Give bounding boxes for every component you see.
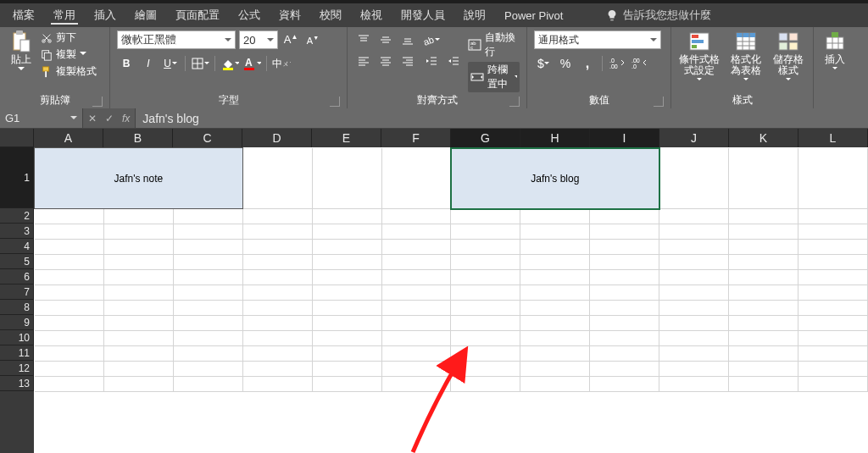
column-header[interactable]: A bbox=[34, 129, 103, 147]
format-as-table-button[interactable]: 格式化為表格 bbox=[726, 30, 766, 81]
cell[interactable] bbox=[520, 301, 590, 316]
cell[interactable] bbox=[451, 316, 520, 331]
cell[interactable] bbox=[242, 316, 312, 331]
cell[interactable] bbox=[659, 148, 729, 209]
cell[interactable] bbox=[659, 377, 729, 392]
cell[interactable] bbox=[242, 301, 312, 316]
cell[interactable] bbox=[103, 209, 173, 224]
cell[interactable] bbox=[35, 240, 104, 255]
align-bottom-button[interactable] bbox=[398, 30, 417, 49]
copy-button[interactable]: 複製 bbox=[41, 47, 97, 62]
cell[interactable] bbox=[242, 285, 312, 301]
cell[interactable] bbox=[798, 377, 868, 392]
cell[interactable] bbox=[590, 316, 659, 331]
cell[interactable] bbox=[173, 255, 242, 270]
cell[interactable] bbox=[729, 209, 798, 224]
cell[interactable] bbox=[451, 270, 520, 285]
cell[interactable] bbox=[312, 301, 381, 316]
select-all-corner[interactable] bbox=[0, 129, 34, 147]
column-header[interactable]: B bbox=[103, 129, 173, 147]
cell[interactable] bbox=[729, 377, 798, 392]
tab-developer[interactable]: 開發人員 bbox=[392, 3, 454, 27]
cell-styles-button[interactable]: 儲存格樣式 bbox=[771, 30, 806, 81]
cell[interactable] bbox=[659, 316, 729, 331]
cell[interactable] bbox=[103, 362, 173, 377]
cell[interactable] bbox=[381, 148, 451, 209]
wrap-text-button[interactable]: abc 自動換行 bbox=[468, 30, 520, 59]
row-header[interactable]: 1 bbox=[0, 147, 34, 208]
cell[interactable] bbox=[451, 209, 520, 224]
cell[interactable] bbox=[35, 255, 104, 270]
cell[interactable] bbox=[659, 270, 729, 285]
cell[interactable] bbox=[242, 270, 312, 285]
cell[interactable] bbox=[520, 331, 590, 346]
row-header[interactable]: 12 bbox=[0, 361, 34, 376]
dialog-launcher-icon[interactable] bbox=[509, 97, 520, 107]
row-header[interactable]: 9 bbox=[0, 315, 34, 330]
row-header[interactable]: 7 bbox=[0, 285, 34, 300]
cell[interactable] bbox=[312, 270, 381, 285]
cell[interactable] bbox=[242, 377, 312, 392]
cell[interactable] bbox=[35, 331, 104, 346]
column-header[interactable]: G bbox=[451, 129, 520, 147]
cell[interactable] bbox=[729, 270, 798, 285]
cell[interactable] bbox=[381, 377, 451, 392]
cell[interactable] bbox=[451, 240, 520, 255]
cell[interactable] bbox=[798, 316, 868, 331]
cell[interactable] bbox=[729, 148, 798, 209]
borders-button[interactable] bbox=[191, 54, 209, 73]
column-header[interactable]: K bbox=[729, 129, 798, 147]
cell-grid[interactable]: Jafn's noteJafn's blog bbox=[34, 147, 868, 453]
cell[interactable] bbox=[590, 270, 659, 285]
paste-button[interactable]: 貼上 bbox=[7, 30, 36, 74]
cell[interactable] bbox=[35, 316, 104, 331]
merged-cell-note[interactable]: Jafn's note bbox=[35, 148, 243, 209]
cell[interactable] bbox=[103, 316, 173, 331]
cell[interactable] bbox=[312, 362, 381, 377]
column-header[interactable]: E bbox=[312, 129, 381, 147]
cell[interactable] bbox=[173, 209, 242, 224]
cell[interactable] bbox=[103, 377, 173, 392]
cell[interactable] bbox=[381, 209, 451, 224]
cell[interactable] bbox=[312, 255, 381, 270]
number-format-combo[interactable]: 通用格式 bbox=[534, 30, 661, 49]
merged-cell-blog[interactable]: Jafn's blog bbox=[451, 148, 659, 209]
confirm-icon[interactable]: ✓ bbox=[105, 113, 114, 124]
tab-pagelayout[interactable]: 頁面配置 bbox=[166, 3, 229, 27]
cell[interactable] bbox=[381, 316, 451, 331]
cell[interactable] bbox=[520, 209, 590, 224]
tab-data[interactable]: 資料 bbox=[270, 3, 310, 27]
cell[interactable] bbox=[103, 331, 173, 346]
font-name-combo[interactable]: 微軟正黑體 bbox=[117, 30, 236, 49]
cell[interactable] bbox=[798, 362, 868, 377]
cell[interactable] bbox=[798, 240, 868, 255]
merge-center-button[interactable]: 跨欄置中 bbox=[468, 62, 520, 92]
cell[interactable] bbox=[798, 270, 868, 285]
cell[interactable] bbox=[381, 331, 451, 346]
cell[interactable] bbox=[173, 301, 242, 316]
cell[interactable] bbox=[451, 346, 520, 362]
cell[interactable] bbox=[729, 240, 798, 255]
conditional-formatting-button[interactable]: 條件式格式設定 bbox=[678, 30, 721, 81]
cell[interactable] bbox=[451, 331, 520, 346]
cell[interactable] bbox=[590, 224, 659, 240]
cell[interactable] bbox=[381, 362, 451, 377]
column-header[interactable]: H bbox=[520, 129, 590, 147]
cell[interactable] bbox=[798, 255, 868, 270]
row-header[interactable]: 6 bbox=[0, 269, 34, 285]
cell[interactable] bbox=[659, 240, 729, 255]
cell[interactable] bbox=[242, 346, 312, 362]
tab-powerpivot[interactable]: Power Pivot bbox=[495, 3, 572, 27]
row-header[interactable]: 10 bbox=[0, 330, 34, 345]
fill-color-button[interactable] bbox=[220, 54, 239, 73]
comma-button[interactable]: , bbox=[578, 54, 597, 73]
cell[interactable] bbox=[312, 240, 381, 255]
cell[interactable] bbox=[729, 362, 798, 377]
cut-button[interactable]: 剪下 bbox=[41, 30, 97, 45]
row-header[interactable]: 4 bbox=[0, 239, 34, 254]
cell[interactable] bbox=[103, 270, 173, 285]
underline-button[interactable]: U bbox=[161, 54, 180, 73]
cell[interactable] bbox=[659, 362, 729, 377]
cell[interactable] bbox=[729, 285, 798, 301]
tab-view[interactable]: 檢視 bbox=[351, 3, 392, 27]
